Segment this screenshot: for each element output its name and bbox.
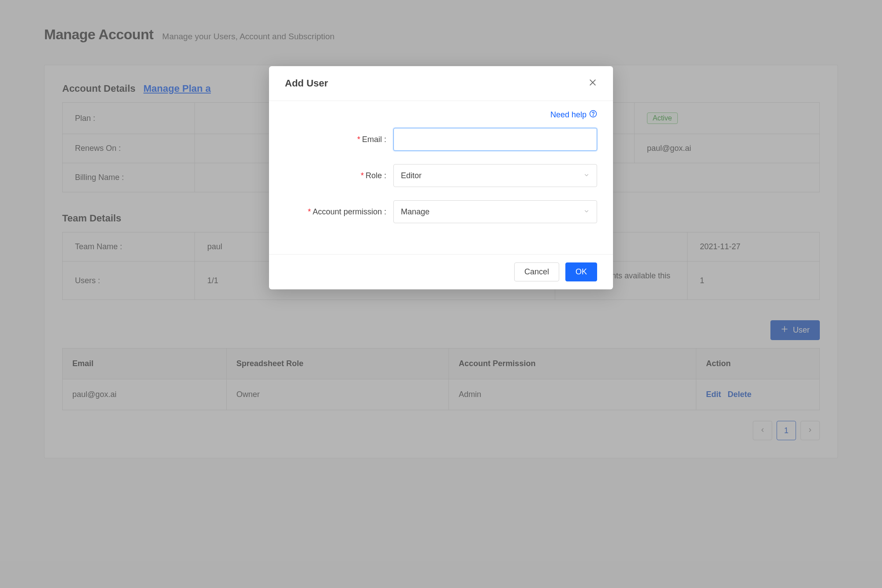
need-help-label: Need help: [550, 110, 587, 120]
chevron-down-icon: [583, 171, 590, 180]
required-asterisk: *: [308, 207, 311, 216]
email-input-wrapper: [393, 128, 597, 151]
form-row-email: *Email :: [285, 128, 597, 151]
permission-select-value: Manage: [401, 207, 430, 217]
permission-select[interactable]: Manage: [393, 200, 597, 223]
cancel-button-label: Cancel: [524, 267, 549, 277]
role-select[interactable]: Editor: [393, 164, 597, 187]
email-input[interactable]: [401, 128, 590, 150]
modal-header: Add User: [269, 66, 613, 101]
email-label: *Email :: [285, 135, 393, 144]
form-row-role: *Role : Editor: [285, 164, 597, 187]
permission-label: *Account permission :: [285, 207, 393, 217]
required-asterisk: *: [361, 171, 364, 180]
ok-button[interactable]: OK: [565, 262, 597, 281]
role-label: *Role :: [285, 171, 393, 180]
role-select-value: Editor: [401, 171, 422, 180]
cancel-button[interactable]: Cancel: [514, 262, 559, 281]
question-circle-icon: [589, 110, 597, 120]
need-help-link[interactable]: Need help: [550, 110, 597, 120]
required-asterisk: *: [357, 135, 360, 144]
close-icon: [588, 79, 597, 89]
add-user-modal: Add User Need help: [269, 66, 613, 289]
svg-point-5: [593, 116, 594, 116]
modal-footer: Cancel OK: [269, 254, 613, 289]
chevron-down-icon: [583, 207, 590, 217]
modal-close-button[interactable]: [588, 78, 597, 89]
help-row: Need help: [285, 110, 597, 120]
modal-title: Add User: [285, 78, 328, 89]
modal-body: Need help *Email :: [269, 101, 613, 254]
modal-overlay[interactable]: Add User Need help: [0, 0, 882, 588]
form-row-permission: *Account permission : Manage: [285, 200, 597, 223]
ok-button-label: OK: [576, 267, 587, 277]
